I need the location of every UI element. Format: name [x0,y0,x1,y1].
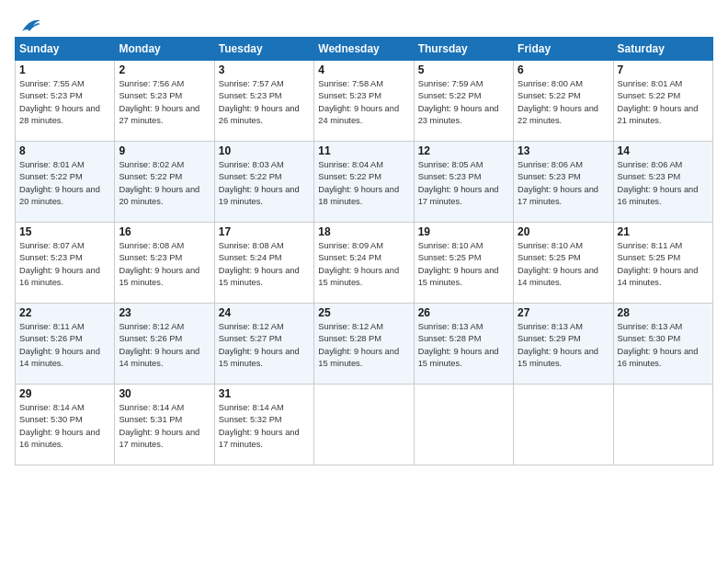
table-row [613,385,712,465]
day-number: 9 [119,144,210,157]
table-row: 5Sunrise: 7:59 AMSunset: 5:22 PMDaylight… [414,61,513,142]
day-detail: Sunrise: 8:14 AMSunset: 5:31 PMDaylight:… [119,402,210,452]
table-row [314,385,414,465]
table-row: 30Sunrise: 8:14 AMSunset: 5:31 PMDayligh… [115,385,214,465]
day-number: 5 [418,63,509,76]
day-number: 15 [19,225,110,238]
table-row: 23Sunrise: 8:12 AMSunset: 5:26 PMDayligh… [115,304,214,385]
calendar-header-row: Sunday Monday Tuesday Wednesday Thursday… [16,38,713,61]
header-wednesday: Wednesday [314,38,414,61]
table-row: 2Sunrise: 7:56 AMSunset: 5:23 PMDaylight… [115,61,214,142]
table-row: 14Sunrise: 8:06 AMSunset: 5:23 PMDayligh… [613,142,712,223]
day-detail: Sunrise: 8:06 AMSunset: 5:23 PMDaylight:… [518,159,609,209]
header-tuesday: Tuesday [214,38,313,61]
day-detail: Sunrise: 8:13 AMSunset: 5:29 PMDaylight:… [518,321,609,371]
header [15,15,713,31]
header-saturday: Saturday [613,38,712,61]
day-number: 30 [119,387,210,400]
day-detail: Sunrise: 8:12 AMSunset: 5:28 PMDaylight:… [318,321,409,371]
day-detail: Sunrise: 8:10 AMSunset: 5:25 PMDaylight:… [518,240,609,290]
table-row: 6Sunrise: 8:00 AMSunset: 5:22 PMDaylight… [514,61,613,142]
day-number: 28 [618,306,709,319]
table-row: 12Sunrise: 8:05 AMSunset: 5:23 PMDayligh… [414,142,513,223]
table-row: 4Sunrise: 7:58 AMSunset: 5:23 PMDaylight… [314,61,414,142]
day-detail: Sunrise: 8:09 AMSunset: 5:24 PMDaylight:… [318,240,409,290]
table-row: 27Sunrise: 8:13 AMSunset: 5:29 PMDayligh… [514,304,613,385]
table-row: 31Sunrise: 8:14 AMSunset: 5:32 PMDayligh… [214,385,313,465]
day-detail: Sunrise: 8:01 AMSunset: 5:22 PMDaylight:… [19,159,110,209]
table-row: 20Sunrise: 8:10 AMSunset: 5:25 PMDayligh… [514,223,613,304]
day-detail: Sunrise: 8:07 AMSunset: 5:23 PMDaylight:… [19,240,110,290]
day-detail: Sunrise: 8:01 AMSunset: 5:22 PMDaylight:… [618,78,709,128]
day-detail: Sunrise: 8:13 AMSunset: 5:30 PMDaylight:… [618,321,709,371]
day-detail: Sunrise: 8:05 AMSunset: 5:23 PMDaylight:… [418,159,509,209]
calendar-week-row: 15Sunrise: 8:07 AMSunset: 5:23 PMDayligh… [16,223,713,304]
day-detail: Sunrise: 8:12 AMSunset: 5:26 PMDaylight:… [119,321,210,371]
table-row: 9Sunrise: 8:02 AMSunset: 5:22 PMDaylight… [115,142,214,223]
day-detail: Sunrise: 7:59 AMSunset: 5:22 PMDaylight:… [418,78,509,128]
day-detail: Sunrise: 8:03 AMSunset: 5:22 PMDaylight:… [219,159,310,209]
table-row: 24Sunrise: 8:12 AMSunset: 5:27 PMDayligh… [214,304,313,385]
day-number: 7 [618,63,709,76]
day-number: 27 [518,306,609,319]
table-row: 26Sunrise: 8:13 AMSunset: 5:28 PMDayligh… [414,304,513,385]
calendar-week-row: 8Sunrise: 8:01 AMSunset: 5:22 PMDaylight… [16,142,713,223]
calendar-page: Sunday Monday Tuesday Wednesday Thursday… [0,0,728,563]
table-row: 10Sunrise: 8:03 AMSunset: 5:22 PMDayligh… [214,142,313,223]
day-detail: Sunrise: 8:10 AMSunset: 5:25 PMDaylight:… [418,240,509,290]
day-detail: Sunrise: 8:11 AMSunset: 5:26 PMDaylight:… [19,321,110,371]
table-row: 8Sunrise: 8:01 AMSunset: 5:22 PMDaylight… [16,142,115,223]
header-friday: Friday [514,38,613,61]
day-detail: Sunrise: 8:06 AMSunset: 5:23 PMDaylight:… [618,159,709,209]
day-number: 21 [618,225,709,238]
day-number: 6 [518,63,609,76]
day-detail: Sunrise: 7:55 AMSunset: 5:23 PMDaylight:… [19,78,110,128]
table-row: 21Sunrise: 8:11 AMSunset: 5:25 PMDayligh… [613,223,712,304]
day-number: 22 [19,306,110,319]
logo [15,15,42,31]
day-number: 26 [418,306,509,319]
day-detail: Sunrise: 7:57 AMSunset: 5:23 PMDaylight:… [219,78,310,128]
table-row [514,385,613,465]
table-row: 28Sunrise: 8:13 AMSunset: 5:30 PMDayligh… [613,304,712,385]
day-detail: Sunrise: 7:58 AMSunset: 5:23 PMDaylight:… [318,78,409,128]
day-detail: Sunrise: 8:13 AMSunset: 5:28 PMDaylight:… [418,321,509,371]
header-thursday: Thursday [414,38,513,61]
table-row: 16Sunrise: 8:08 AMSunset: 5:23 PMDayligh… [115,223,214,304]
day-number: 20 [518,225,609,238]
table-row: 15Sunrise: 8:07 AMSunset: 5:23 PMDayligh… [16,223,115,304]
table-row: 13Sunrise: 8:06 AMSunset: 5:23 PMDayligh… [514,142,613,223]
day-number: 24 [219,306,310,319]
day-number: 1 [19,63,110,76]
day-number: 8 [19,144,110,157]
day-number: 10 [219,144,310,157]
day-detail: Sunrise: 8:12 AMSunset: 5:27 PMDaylight:… [219,321,310,371]
day-number: 25 [318,306,409,319]
day-detail: Sunrise: 8:02 AMSunset: 5:22 PMDaylight:… [119,159,210,209]
day-number: 17 [219,225,310,238]
table-row: 7Sunrise: 8:01 AMSunset: 5:22 PMDaylight… [613,61,712,142]
day-number: 23 [119,306,210,319]
table-row: 19Sunrise: 8:10 AMSunset: 5:25 PMDayligh… [414,223,513,304]
logo-bird-icon [17,15,42,35]
table-row: 1Sunrise: 7:55 AMSunset: 5:23 PMDaylight… [16,61,115,142]
day-detail: Sunrise: 8:08 AMSunset: 5:24 PMDaylight:… [219,240,310,290]
table-row: 29Sunrise: 8:14 AMSunset: 5:30 PMDayligh… [16,385,115,465]
day-number: 19 [418,225,509,238]
calendar-week-row: 29Sunrise: 8:14 AMSunset: 5:30 PMDayligh… [16,385,713,465]
table-row: 25Sunrise: 8:12 AMSunset: 5:28 PMDayligh… [314,304,414,385]
day-number: 31 [219,387,310,400]
day-detail: Sunrise: 7:56 AMSunset: 5:23 PMDaylight:… [119,78,210,128]
day-number: 3 [219,63,310,76]
calendar-week-row: 1Sunrise: 7:55 AMSunset: 5:23 PMDaylight… [16,61,713,142]
day-number: 11 [318,144,409,157]
day-detail: Sunrise: 8:14 AMSunset: 5:32 PMDaylight:… [219,402,310,452]
table-row: 18Sunrise: 8:09 AMSunset: 5:24 PMDayligh… [314,223,414,304]
day-number: 2 [119,63,210,76]
day-detail: Sunrise: 8:11 AMSunset: 5:25 PMDaylight:… [618,240,709,290]
table-row: 17Sunrise: 8:08 AMSunset: 5:24 PMDayligh… [214,223,313,304]
table-row: 11Sunrise: 8:04 AMSunset: 5:22 PMDayligh… [314,142,414,223]
day-number: 4 [318,63,409,76]
day-detail: Sunrise: 8:04 AMSunset: 5:22 PMDaylight:… [318,159,409,209]
day-number: 13 [518,144,609,157]
